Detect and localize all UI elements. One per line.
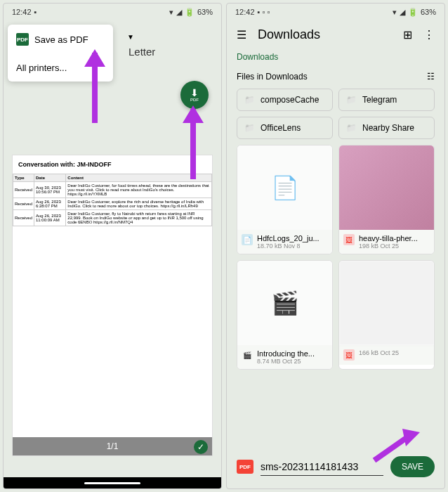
battery-percent: 63%: [421, 8, 436, 16]
video-icon: 🎬: [271, 290, 299, 316]
battery-icon: 🔋: [185, 8, 195, 17]
download-icon: ⬇: [190, 88, 199, 98]
more-icon[interactable]: ⋮: [423, 28, 435, 41]
status-time: 12:42: [12, 8, 32, 16]
new-folder-icon[interactable]: ⊞: [403, 28, 412, 41]
right-phone-screen: 12:42 ▪ ▫ ▫ ▾ ◢ 🔋 63% ☰ Downloads ⊞ ⋮ Do…: [226, 3, 445, 489]
pdf-preview[interactable]: Conversation with: JM-INDOFF Type Date C…: [12, 155, 213, 456]
status-app-icon: ▪: [34, 8, 37, 16]
chevron-down-icon[interactable]: ▼: [127, 33, 134, 41]
page-title: Downloads: [258, 27, 392, 42]
pdf-icon: PDF: [16, 33, 29, 46]
section-label: Files in Downloads: [237, 72, 308, 82]
folder-icon: [346, 123, 357, 133]
left-phone-screen: 12:42 ▪ ▾ ◢ 🔋 63% PDF Save as PDF ▼ All …: [3, 3, 222, 489]
folder-icon: [346, 95, 357, 105]
pdf-badge-icon: PDF: [237, 460, 253, 474]
page-indicator: 1/1 ✓: [13, 437, 212, 455]
file-type-icon: 🖼: [343, 234, 355, 245]
signal-icon: ◢: [176, 8, 182, 17]
status-time: 12:42: [235, 8, 255, 16]
folder-item[interactable]: OfficeLens: [237, 117, 333, 139]
file-item[interactable]: 🖼 166 kB Oct 25: [338, 260, 435, 370]
file-type-icon: 📄: [242, 234, 253, 245]
blurred-thumbnail: [339, 261, 434, 345]
annotation-arrow-2: [172, 102, 214, 186]
file-item[interactable]: 🖼 heavy-tilla-pher... 198 kB Oct 25: [338, 145, 435, 254]
folder-item[interactable]: Telegram: [338, 89, 435, 111]
filename-input[interactable]: [261, 458, 383, 476]
status-app-icon: ▪ ▫ ▫: [258, 8, 270, 16]
table-row: Received Aug 26, 2023 11:00:09 AM Dear I…: [13, 210, 212, 226]
file-type-icon: 🖼: [343, 349, 355, 361]
battery-percent: 63%: [197, 8, 213, 16]
nav-handle[interactable]: [84, 482, 140, 484]
table-row: Received Aug 26, 2023 6:28:07 PM Dear In…: [13, 198, 212, 210]
image-thumbnail: [339, 145, 434, 230]
all-printers-label: All printers...: [16, 63, 67, 73]
folder-icon: [244, 95, 255, 105]
annotation-arrow-1: [74, 46, 116, 130]
file-item[interactable]: 📄 📄 HdfcLogs_20_ju... 18.70 kB Nov 8: [237, 145, 333, 254]
annotation-arrow-3: [367, 425, 423, 467]
app-bar: ☰ Downloads ⊞ ⋮: [227, 20, 444, 49]
signal-icon: ◢: [400, 8, 405, 17]
breadcrumb[interactable]: Downloads: [227, 49, 444, 65]
battery-icon: 🔋: [408, 8, 418, 17]
document-icon: 📄: [271, 174, 299, 201]
view-toggle-icon[interactable]: ☷: [427, 72, 435, 82]
nav-bar: [4, 477, 221, 488]
status-bar: 12:42 ▪ ▾ ◢ 🔋 63%: [4, 4, 221, 20]
wifi-icon: ▾: [169, 8, 173, 17]
status-bar: 12:42 ▪ ▫ ▫ ▾ ◢ 🔋 63%: [227, 4, 444, 20]
section-header: Files in Downloads ☷: [227, 65, 444, 89]
wifi-icon: ▾: [393, 8, 397, 17]
folder-item[interactable]: Nearby Share: [338, 117, 435, 139]
folder-item[interactable]: composeCache: [237, 89, 333, 111]
paper-size-label[interactable]: Letter: [129, 46, 155, 58]
menu-icon[interactable]: ☰: [237, 28, 246, 41]
file-type-icon: 🎬: [242, 349, 253, 361]
check-icon[interactable]: ✓: [194, 440, 208, 454]
folder-icon: [244, 123, 255, 133]
file-item[interactable]: 🎬 🎬 Introducing the... 8.74 MB Oct 25: [237, 260, 333, 370]
save-as-pdf-label: Save as PDF: [34, 34, 88, 45]
